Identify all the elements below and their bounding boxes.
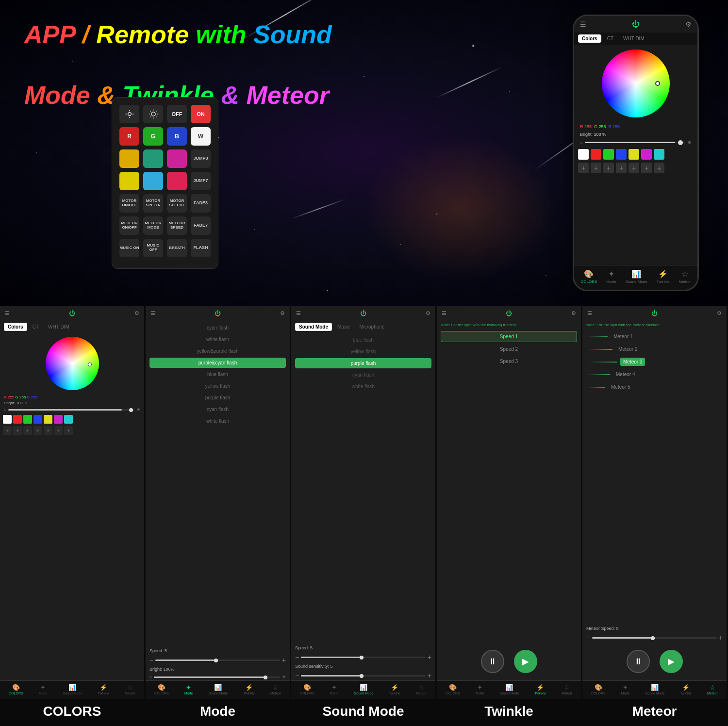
meteor-item-3[interactable]: Meteor 3 (620, 358, 645, 366)
mini-add-3[interactable]: + (23, 426, 32, 435)
remote-btn-breath[interactable]: BREATH (167, 239, 187, 257)
sound-sens-plus[interactable]: + (428, 672, 431, 679)
remote-btn-r[interactable]: R (119, 127, 139, 146)
mode-pf-sound[interactable]: 📊 Sound Mode (209, 684, 228, 695)
mini-slider-colors[interactable]: ○ ☀ (0, 406, 144, 413)
meteor-item-5[interactable]: Meteor 5 (608, 383, 633, 391)
mini-add-6[interactable]: + (54, 426, 63, 435)
remote-btn-jump3[interactable]: JUMP3 (191, 149, 211, 168)
mini-add-2[interactable]: + (13, 426, 22, 435)
remote-btn-w[interactable]: W (191, 127, 211, 146)
sound-item-cyan-flash[interactable]: cyan flash (295, 370, 431, 380)
mode-speed-slider[interactable]: − + (146, 655, 290, 665)
remote-btn-motor-minus[interactable]: MOTOR SPEED- (143, 194, 163, 213)
add-color-6[interactable]: + (641, 163, 652, 173)
sound-item-yellow-flash[interactable]: yellow flash (295, 346, 431, 357)
mini-add-1[interactable]: + (3, 426, 12, 435)
preset-blue[interactable] (616, 149, 627, 160)
twinkle-speed-2[interactable]: Speed 2 (441, 344, 577, 354)
meteor-power-icon[interactable]: ⏻ (651, 310, 658, 317)
sound-tab-microphone[interactable]: Microphone (355, 323, 388, 331)
add-color-1[interactable]: + (578, 163, 589, 173)
sound-tab-music[interactable]: Music (333, 323, 354, 331)
phone-tab-ct[interactable]: CT (603, 34, 617, 43)
meteor-menu-icon[interactable]: ☰ (587, 310, 592, 316)
remote-btn-motor-plus[interactable]: MOTOR SPEED+ (167, 194, 187, 213)
meteor-pf-colors[interactable]: 🎨 COLORS (591, 684, 606, 695)
brightness-slider[interactable]: ○ ☀ (574, 138, 697, 147)
sound-tab-soundmode[interactable]: Sound Mode (295, 323, 332, 331)
meteor-speed-plus[interactable]: + (719, 634, 723, 642)
pf-colors[interactable]: 🎨 COLORS (9, 684, 23, 695)
preset-green[interactable] (603, 149, 614, 160)
twinkle-power-icon[interactable]: ⏻ (506, 310, 512, 317)
meteor-pf-mode[interactable]: ✦ Mode (621, 684, 630, 695)
mini-preset-red[interactable] (13, 415, 22, 424)
colors-tab-colors[interactable]: Colors (4, 323, 27, 331)
add-color-4[interactable]: + (616, 163, 627, 173)
twinkle-play-btn[interactable]: ▶ (514, 650, 537, 673)
sound-pf-sound[interactable]: 📊 Sound Mode (354, 684, 374, 695)
pf-twinkle[interactable]: ⚡ Twinkle (98, 684, 109, 695)
speed-minus-icon[interactable]: − (149, 656, 153, 664)
phone-footer-mode[interactable]: ✦ Mode (606, 269, 616, 284)
preset-white[interactable] (578, 149, 589, 160)
add-color-3[interactable]: + (603, 163, 614, 173)
sound-item-white-flash[interactable]: white flash (295, 381, 431, 392)
mode-item-cyan-flash[interactable]: cyan flash (149, 323, 286, 333)
meteor-speed-minus[interactable]: − (586, 634, 590, 642)
phone-tab-wht[interactable]: WHT DIM (619, 34, 648, 43)
preset-cyan[interactable] (654, 149, 664, 160)
meteor-pf-meteor[interactable]: ☆ Meteor (707, 684, 718, 695)
remote-btn-dim2[interactable] (143, 105, 163, 123)
pf-meteor[interactable]: ☆ Meteor (125, 684, 135, 695)
colors-settings-icon[interactable]: ⚙ (134, 310, 139, 316)
mode-item-yellow-flash[interactable]: yellow flash (149, 381, 286, 391)
meteor-settings-icon[interactable]: ⚙ (717, 310, 722, 316)
add-color-7[interactable]: + (654, 163, 664, 173)
mode-settings-icon[interactable]: ⚙ (280, 310, 285, 316)
remote-btn-off[interactable]: OFF (167, 105, 187, 123)
twinkle-speed-3[interactable]: Speed 3 (441, 356, 577, 366)
speed-plus-icon[interactable]: + (282, 656, 286, 664)
twinkle-menu-icon[interactable]: ☰ (442, 310, 447, 316)
meteor-item-2[interactable]: Meteor 2 (615, 345, 640, 353)
phone-power-icon[interactable]: ⏻ (632, 20, 640, 29)
remote-btn-b[interactable]: B (167, 127, 187, 146)
sound-sens-slider[interactable]: − + (291, 671, 435, 680)
add-color-2[interactable]: + (591, 163, 601, 173)
remote-btn-music-on[interactable]: MUSIC ON (119, 239, 139, 257)
mode-item-pc-flash[interactable]: purple&cyan flash (149, 358, 286, 368)
remote-color-6[interactable] (167, 172, 187, 190)
mode-item-white-flash2[interactable]: white flash (149, 416, 286, 426)
remote-btn-music-off[interactable]: MUSIC OFF (143, 239, 163, 257)
phone-footer-twinkle[interactable]: ⚡ Twinkle (657, 269, 670, 284)
sound-speed-slider[interactable]: − + (291, 652, 435, 662)
sound-pf-meteor[interactable]: ☆ Meteor (416, 684, 427, 695)
meteor-play-btn[interactable]: ▶ (660, 650, 683, 673)
remote-btn-meteor-speed[interactable]: METEOR SPEED (167, 216, 187, 235)
colors-menu-icon[interactable]: ☰ (5, 310, 10, 316)
remote-color-4[interactable] (119, 172, 139, 190)
sound-sens-minus[interactable]: − (295, 672, 299, 679)
remote-btn-fade7[interactable]: FADE7 (191, 216, 211, 235)
meteor-pf-sound[interactable]: 📊 Sound Mode (645, 684, 665, 695)
twinkle-pf-meteor[interactable]: ☆ Meteor (562, 684, 572, 695)
phone-footer-sound[interactable]: 📊 Sound Mode (625, 269, 647, 284)
twinkle-settings-icon[interactable]: ⚙ (571, 310, 576, 316)
remote-color-1[interactable] (119, 149, 139, 168)
mini-preset-purple[interactable] (54, 415, 63, 424)
sound-pf-twinkle[interactable]: ⚡ Twinkle (389, 684, 400, 695)
mini-preset-white[interactable] (3, 415, 12, 424)
color-wheel[interactable] (602, 50, 670, 117)
sound-power-icon[interactable]: ⏻ (360, 310, 366, 317)
remote-btn-meteor-onoff[interactable]: METEOR ON/OFF (119, 216, 139, 235)
phone-footer-colors[interactable]: 🎨 COLORS (581, 269, 597, 284)
remote-btn-dim1[interactable] (119, 105, 139, 123)
remote-color-2[interactable] (143, 149, 163, 168)
twinkle-pf-sound[interactable]: 📊 Sound Mode (500, 684, 519, 695)
meteor-pf-twinkle[interactable]: ⚡ Twinkle (680, 684, 691, 695)
mode-item-white-flash[interactable]: white flash (149, 334, 286, 345)
colors-power-icon[interactable]: ⏻ (69, 310, 75, 317)
phone-tab-colors[interactable]: Colors (578, 34, 601, 43)
